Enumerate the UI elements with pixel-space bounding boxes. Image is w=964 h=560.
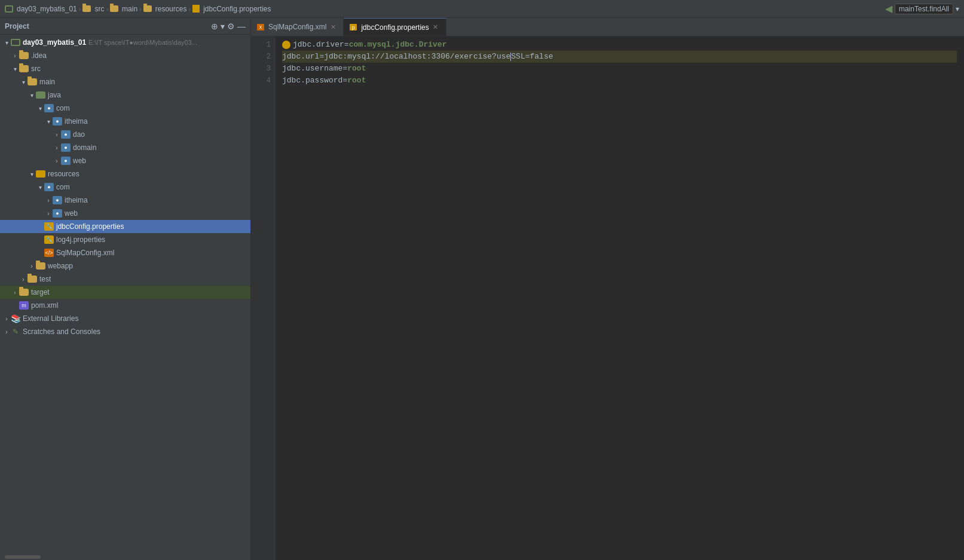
tree-item-resources1[interactable]: ▾ resources <box>0 167 250 180</box>
toggle-extlib[interactable]: › <box>2 312 11 325</box>
toggle-domain[interactable]: › <box>53 141 61 154</box>
tab-sqlmap-icon: x <box>257 24 264 30</box>
line-num-2: 2 <box>251 51 274 63</box>
tree-label-itheima1: itheima <box>65 117 88 126</box>
tree-label-java: java <box>48 91 61 99</box>
tree-label-web1: web <box>73 157 86 165</box>
tabs-bar: x SqlMapConfig.xml ✕ p jdbcConfig.proper… <box>251 18 964 36</box>
nav-back-icon[interactable]: ◀ <box>885 3 892 14</box>
find-label[interactable]: mainTest.findAll <box>895 4 953 14</box>
toggle-target[interactable]: › <box>11 286 19 299</box>
toggle-root[interactable]: ▾ <box>2 36 11 49</box>
toggle-web2[interactable]: › <box>44 207 53 220</box>
code-val-3: root <box>347 63 366 75</box>
tree-label-resources1: resources <box>48 170 79 178</box>
toggle-main[interactable]: ▾ <box>19 75 27 88</box>
tree-item-idea[interactable]: › .idea <box>0 49 250 62</box>
breadcrumb-file[interactable]: jdbcConfig.properties <box>192 5 271 13</box>
toggle-com2[interactable]: ▾ <box>36 180 44 194</box>
sidebar-scrollbar[interactable] <box>0 554 250 560</box>
tree-label-test: test <box>39 275 51 283</box>
toggle-src[interactable]: ▾ <box>11 62 19 75</box>
code-val-2a: jdbc:mysql://localhost:3306/exercise?use <box>324 51 510 63</box>
code-editor[interactable]: jdbc.driver=com.mysql.jdbc.Driver jdbc.u… <box>275 36 964 560</box>
tab-sqlmapconfig[interactable]: x SqlMapConfig.xml ✕ <box>251 18 344 36</box>
toggle-com1[interactable]: ▾ <box>36 102 44 115</box>
tree-item-web1[interactable]: › ● web <box>0 154 250 167</box>
toggle-resources1[interactable]: ▾ <box>27 167 36 180</box>
sidebar-add-btn[interactable]: ⊕ <box>211 22 218 31</box>
tree-item-itheima2[interactable]: › ● itheima <box>0 194 250 207</box>
code-eq-4: = <box>342 75 347 87</box>
project-tree: ▾ day03_mybatis_01 E:\IT space\IT●word\M… <box>0 35 250 554</box>
tree-item-root[interactable]: ▾ day03_mybatis_01 E:\IT space\IT●word\M… <box>0 36 250 49</box>
tree-label-idea: .idea <box>31 51 47 60</box>
warning-icon <box>282 41 290 49</box>
toggle-jdbcconfig <box>36 220 44 233</box>
tree-label-web2: web <box>65 209 78 218</box>
tree-label-src: src <box>31 65 41 73</box>
tree-label-dao: dao <box>73 130 85 139</box>
find-dropdown-icon[interactable]: ▾ <box>956 5 959 13</box>
toggle-test[interactable]: › <box>19 273 27 286</box>
tab-jdbcconfig[interactable]: p jdbcConfig.properties ✕ <box>344 18 446 36</box>
toggle-dao[interactable]: › <box>53 128 61 141</box>
line-num-4: 4 <box>251 75 274 87</box>
tree-item-scratch[interactable]: › ✎ Scratches and Consoles <box>0 325 250 338</box>
toggle-java[interactable]: ▾ <box>27 88 36 102</box>
line-num-1: 1 <box>251 39 274 51</box>
toggle-itheima1[interactable]: ▾ <box>44 115 53 128</box>
tree-item-domain[interactable]: › ● domain <box>0 141 250 154</box>
tree-item-web2[interactable]: › ● web <box>0 207 250 220</box>
tree-item-dao[interactable]: › ● dao <box>0 128 250 141</box>
sidebar-settings-btn[interactable]: ⚙ <box>227 22 235 31</box>
tree-label-sqlmap: SqlMapConfig.xml <box>56 249 114 257</box>
sidebar-collapse-btn[interactable]: ▾ <box>221 22 225 31</box>
tree-item-com1[interactable]: ▾ ● com <box>0 102 250 115</box>
breadcrumb-resources[interactable]: resources <box>143 5 187 13</box>
code-key-1: jdbc.driver <box>293 39 344 51</box>
toggle-pom <box>11 299 19 312</box>
sidebar-scroll-thumb[interactable] <box>5 555 41 559</box>
toggle-webapp[interactable]: › <box>27 259 36 273</box>
tree-item-jdbcconfig[interactable]: 🔧 jdbcConfig.properties <box>0 220 250 233</box>
nav-right: ◀ mainTest.findAll ▾ <box>885 3 959 14</box>
tree-item-com2[interactable]: ▾ ● com <box>0 180 250 194</box>
code-eq-2: = <box>319 51 324 63</box>
tree-label-scratch: Scratches and Consoles <box>23 328 100 336</box>
code-line-4: jdbc.password=root <box>282 75 957 87</box>
tree-item-itheima1[interactable]: ▾ ● itheima <box>0 115 250 128</box>
toggle-scratch[interactable]: › <box>2 325 11 338</box>
tree-item-extlib[interactable]: › 📚 External Libraries <box>0 312 250 325</box>
toggle-idea[interactable]: › <box>11 49 19 62</box>
breadcrumb-main[interactable]: main <box>110 5 137 13</box>
tree-label-pom: pom.xml <box>31 301 58 310</box>
code-key-4: jdbc.password <box>282 75 342 87</box>
tab-sqlmap-close[interactable]: ✕ <box>329 23 337 31</box>
tree-item-sqlmap[interactable]: </> SqlMapConfig.xml <box>0 246 250 259</box>
tree-label-itheima2: itheima <box>65 196 88 204</box>
code-val-4: root <box>347 75 366 87</box>
tree-item-log4j[interactable]: 🔧 log4j.properties <box>0 233 250 246</box>
main-layout: Project ⊕ ▾ ⚙ — ▾ day03_mybatis_01 E:\IT… <box>0 18 964 560</box>
tree-item-src[interactable]: ▾ src <box>0 62 250 75</box>
tree-item-pom[interactable]: m pom.xml <box>0 299 250 312</box>
tree-label-com2: com <box>56 183 70 191</box>
tree-label-log4j: log4j.properties <box>56 235 105 244</box>
code-val-1: com.mysql.jdbc.Driver <box>349 39 447 51</box>
tree-item-webapp[interactable]: › webapp <box>0 259 250 273</box>
breadcrumb-src[interactable]: src <box>82 5 104 13</box>
toggle-itheima2[interactable]: › <box>44 194 53 207</box>
sidebar-minimize-btn[interactable]: — <box>237 22 246 31</box>
tree-item-java[interactable]: ▾ java <box>0 88 250 102</box>
tree-item-target[interactable]: › target <box>0 286 250 299</box>
tree-path-root: E:\IT space\IT●word\Mybatis\day03... <box>88 39 197 46</box>
tab-jdbc-close[interactable]: ✕ <box>431 23 440 32</box>
tree-item-test[interactable]: › test <box>0 273 250 286</box>
tree-item-main[interactable]: ▾ main <box>0 75 250 88</box>
toggle-web1[interactable]: › <box>53 154 61 167</box>
breadcrumb-module[interactable]: day03_mybatis_01 <box>5 5 77 13</box>
editor-area: 1 2 3 4 jdbc.driver=com.mysql.jdbc.Drive… <box>251 36 964 560</box>
tab-jdbc-label: jdbcConfig.properties <box>361 23 429 32</box>
tree-label-webapp: webapp <box>48 262 73 270</box>
